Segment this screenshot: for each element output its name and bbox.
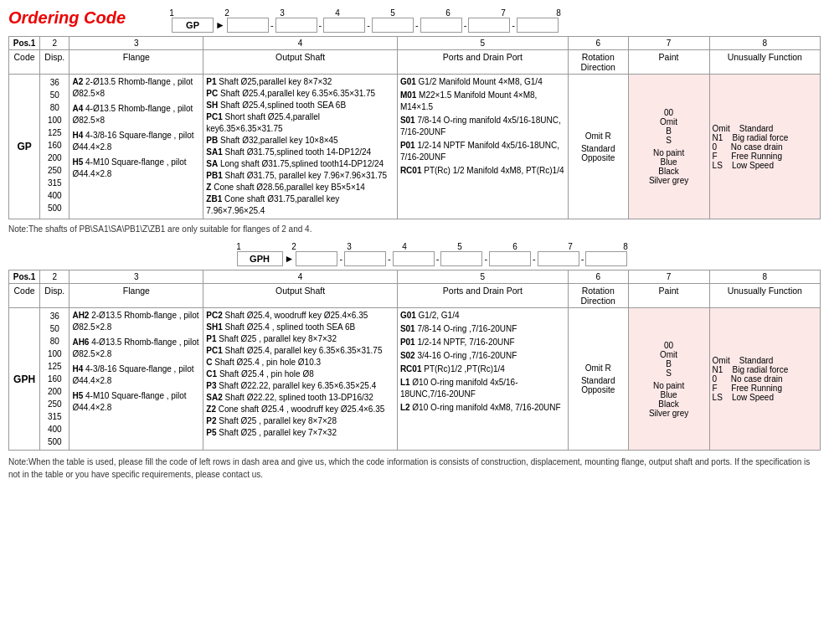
col-2: 2	[40, 37, 70, 50]
gph-header-row: Code Disp. Flange Output Shaft Ports and…	[9, 284, 821, 308]
gp-table: Pos.1 2 3 4 5 6 7 8 Code Disp. Flange Ou…	[8, 36, 821, 219]
col-4: 4	[203, 37, 398, 50]
gp-rotation: Omit R Standard Opposite	[568, 75, 628, 219]
gp-code-cell: GP	[9, 75, 40, 219]
gph-ports: G01 G1/2, G1/4 S01 7/8-14 O-ring ,7/16-2…	[397, 308, 568, 451]
gph-paint: 00 Omit B S No paint Blue Black Silver g…	[628, 308, 709, 451]
header-unusual: Unusually Function	[709, 50, 820, 75]
gph-header-ports: Ports and Drain Port	[397, 284, 568, 308]
gph-header-output: Output Shaft	[203, 284, 398, 308]
col-pos: Pos.1	[9, 37, 40, 50]
bottom-note: Note:When the table is used, please fill…	[8, 456, 821, 481]
code-builder-gph: 1 2 3 4 5 6 7 8 GPH ► - - - -	[218, 242, 646, 266]
ordering-header: Ordering Code 1 2 3 4 5 6 7 8 GP ► - -	[8, 8, 821, 33]
gph-code-cell: GPH	[9, 308, 40, 451]
gph-pos-header-row: Pos.1 2 3 4 5 6 7 8	[9, 270, 821, 284]
header-output: Output Shaft	[203, 50, 398, 75]
header-ports: Ports and Drain Port	[397, 50, 568, 75]
col-7: 7	[628, 37, 709, 50]
gph-header-rotation: Rotation Direction	[568, 284, 628, 308]
gph-unusual: Omit Standard N1 Big radial force 0 No c…	[709, 308, 820, 451]
gph-output-shafts: PC2 Shaft Ø25.4, woodruff key Ø25.4×6.35…	[203, 308, 398, 451]
header-disp: Disp.	[40, 50, 70, 75]
gp-displacements: 365080100125160200250315400500	[40, 75, 70, 219]
gph-code-box: GPH	[237, 251, 283, 266]
gp-paint: 00 Omit B S No paint Blue Black Silver g…	[628, 75, 709, 219]
col-6: 6	[568, 37, 628, 50]
gph-col-pos: Pos.1	[9, 270, 40, 284]
gph-header-code: Code	[9, 284, 40, 308]
gph-header-flange: Flange	[70, 284, 203, 308]
gph-header-disp: Disp.	[40, 284, 70, 308]
code-builder-gp: 1 2 3 4 5 6 7 8 GP ► - - - -	[151, 8, 579, 33]
gph-data-row: GPH 365080100125160200250315400500 AH2 2…	[9, 308, 821, 451]
col-5: 5	[397, 37, 568, 50]
header-code: Code	[9, 50, 40, 75]
col-8: 8	[709, 37, 820, 50]
gph-header-unusual: Unusually Function	[709, 284, 820, 308]
gp-code-box: GP	[172, 18, 214, 33]
header-flange: Flange	[70, 50, 203, 75]
page-title: Ordering Code	[8, 8, 126, 28]
header-row: Code Disp. Flange Output Shaft Ports and…	[9, 50, 821, 75]
gp-flanges: A2 2-Ø13.5 Rhomb-flange , pilot Ø82.5×8 …	[70, 75, 203, 219]
gp-note: Note:The shafts of PB\SA1\SA\PB1\Z\ZB1 a…	[8, 224, 821, 234]
gph-table: Pos.1 2 3 4 5 6 7 8 Code Disp. Flange Ou…	[8, 270, 821, 451]
gph-header-paint: Paint	[628, 284, 709, 308]
gph-ordering-header: 1 2 3 4 5 6 7 8 GPH ► - - - -	[218, 242, 821, 266]
gp-data-row: GP 365080100125160200250315400500 A2 2-Ø…	[9, 75, 821, 219]
header-paint: Paint	[628, 50, 709, 75]
gp-output-shafts: P1 Shaft Ø25,parallel key 8×7×32 PC Shaf…	[203, 75, 398, 219]
gph-rotation: Omit R Standard Opposite	[568, 308, 628, 451]
pos-header-row: Pos.1 2 3 4 5 6 7 8	[9, 37, 821, 50]
header-rotation: Rotation Direction	[568, 50, 628, 75]
gp-unusual: Omit Standard N1 Big radial force 0 No c…	[709, 75, 820, 219]
gp-ports: G01 G1/2 Manifold Mount 4×M8, G1/4 M01 M…	[397, 75, 568, 219]
col-3: 3	[70, 37, 203, 50]
gph-displacements: 365080100125160200250315400500	[40, 308, 70, 451]
gph-flanges: AH2 2-Ø13.5 Rhomb-flange , pilot Ø82.5×2…	[70, 308, 203, 451]
